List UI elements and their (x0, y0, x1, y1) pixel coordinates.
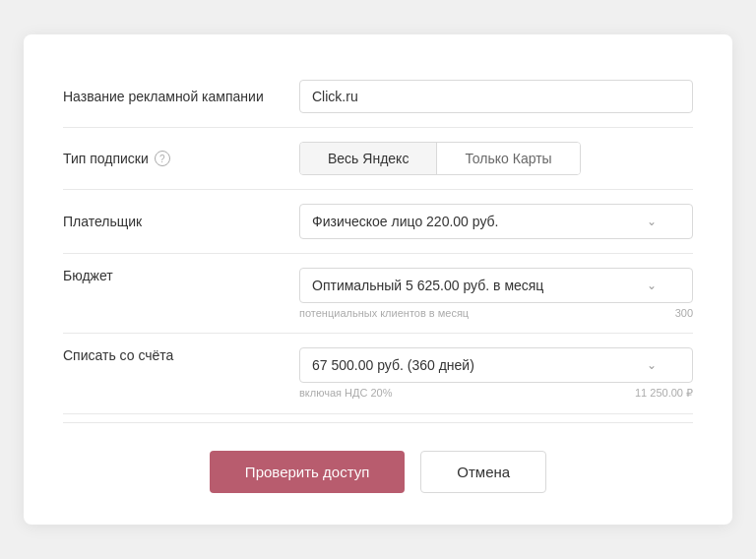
toggle-maps-only[interactable]: Только Карты (437, 143, 579, 174)
payer-select[interactable]: Физическое лицо 220.00 руб. ⌄ (299, 204, 693, 239)
help-icon[interactable]: ? (155, 151, 170, 166)
debit-control: 67 500.00 руб. (360 дней) ⌄ включая НДС … (299, 347, 693, 400)
budget-control: Оптимальный 5 625.00 руб. в месяц ⌄ поте… (299, 268, 693, 319)
budget-subtext: потенциальных клиентов в месяц 300 (299, 307, 693, 319)
subscription-toggle-group: Весь Яндекс Только Карты (299, 142, 581, 175)
campaign-name-control (299, 80, 693, 113)
payer-row: Плательщик Физическое лицо 220.00 руб. ⌄ (63, 190, 693, 254)
subscription-type-row: Тип подписки ? Весь Яндекс Только Карты (63, 128, 693, 190)
check-access-button[interactable]: Проверить доступ (210, 451, 405, 493)
budget-select[interactable]: Оптимальный 5 625.00 руб. в месяц ⌄ (299, 268, 693, 303)
campaign-name-label: Название рекламной кампании (63, 89, 299, 104)
subscription-type-label: Тип подписки ? (63, 151, 299, 166)
payer-label: Плательщик (63, 214, 299, 229)
debit-subtext: включая НДС 20% 11 250.00 ₽ (299, 387, 693, 400)
campaign-name-row: Название рекламной кампании (63, 66, 693, 128)
budget-chevron-icon: ⌄ (647, 279, 657, 292)
payer-chevron-icon: ⌄ (647, 215, 657, 228)
budget-row: Бюджет Оптимальный 5 625.00 руб. в месяц… (63, 254, 693, 334)
subscription-type-control: Весь Яндекс Только Карты (299, 142, 693, 175)
debit-chevron-icon: ⌄ (647, 358, 657, 372)
campaign-name-input[interactable] (299, 80, 693, 113)
toggle-all-yandex[interactable]: Весь Яндекс (300, 143, 437, 174)
budget-label: Бюджет (63, 268, 299, 283)
debit-row: Списать со счёта 67 500.00 руб. (360 дне… (63, 334, 693, 414)
debit-select[interactable]: 67 500.00 руб. (360 дней) ⌄ (299, 347, 693, 383)
form-divider (63, 422, 693, 423)
payer-control: Физическое лицо 220.00 руб. ⌄ (299, 204, 693, 239)
cancel-button[interactable]: Отмена (420, 451, 546, 493)
debit-label: Списать со счёта (63, 347, 299, 363)
modal-form: Название рекламной кампании Тип подписки… (24, 34, 732, 525)
footer-actions: Проверить доступ Отмена (63, 443, 693, 493)
